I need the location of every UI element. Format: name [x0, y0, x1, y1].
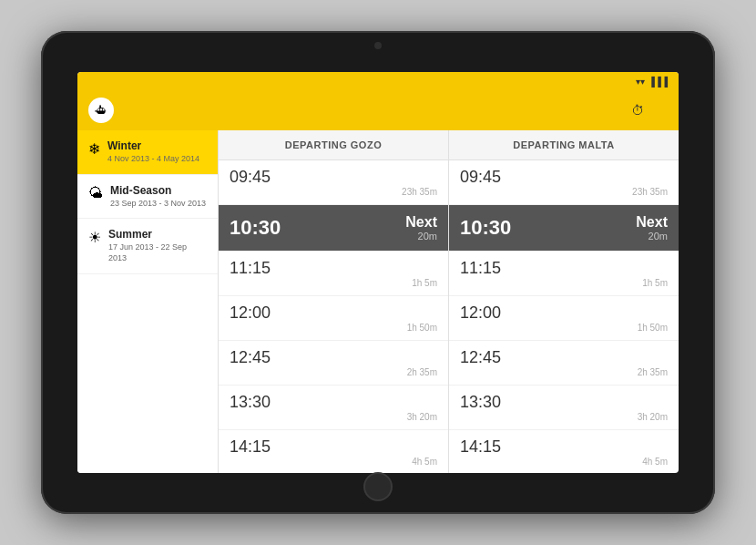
more-options-button[interactable]	[660, 107, 668, 114]
signal-icon: ▐▐▐	[649, 77, 668, 87]
time-duration-1-3: 1h 50m	[460, 323, 668, 336]
app-logo: ⛴	[88, 98, 114, 123]
sidebar-item-midseason[interactable]: 🌤 Mid-Season 23 Sep 2013 - 3 Nov 2013	[77, 175, 218, 220]
time-duration-0-4: 2h 35m	[230, 367, 437, 381]
time-duration-0-6: 4h 5m	[230, 457, 437, 470]
time-row-0-4[interactable]: 12:45 2h 35m	[219, 341, 448, 386]
time-row-0-2[interactable]: 11:15 1h 5m	[219, 252, 448, 296]
timetable-header-0: DEPARTING GOZO	[219, 130, 449, 159]
tablet-device: ▾▾ ▐▐▐ ⛴ ⏱ ❄	[41, 31, 715, 514]
time-row-1-1[interactable]: 10:30 Next 20m	[449, 205, 679, 252]
time-duration-0-0: 23h 35m	[230, 187, 437, 201]
time-badge-0-1: Next	[405, 214, 437, 231]
sidebar-item-summer[interactable]: ☀ Summer 17 Jun 2013 - 22 Sep 2013	[77, 219, 218, 273]
time-value-1-1: 10:30	[460, 216, 511, 240]
winter-season-subtitle: 4 Nov 2013 - 4 May 2014	[107, 154, 207, 165]
time-badge-1-1: Next	[636, 214, 668, 231]
midseason-season-title: Mid-Season	[110, 184, 207, 197]
time-value-0-6: 14:15	[230, 437, 271, 457]
time-duration-1-2: 1h 5m	[460, 278, 668, 292]
time-row-1-4[interactable]: 12:45 2h 35m	[449, 341, 679, 386]
time-value-0-1: 10:30	[230, 216, 281, 240]
time-value-1-2: 11:15	[460, 259, 501, 278]
time-row-0-3[interactable]: 12:00 1h 50m	[219, 296, 448, 341]
sidebar: ❄ Winter 4 Nov 2013 - 4 May 2014 🌤 Mid-S…	[77, 130, 219, 473]
app-bar: ⛴ ⏱	[77, 90, 679, 130]
time-duration-0-2: 1h 5m	[230, 278, 437, 292]
app-bar-actions: ⏱	[626, 99, 668, 121]
time-duration-0-5: 3h 20m	[230, 412, 437, 426]
time-value-0-3: 12:00	[230, 303, 271, 323]
time-duration-1-5: 3h 20m	[460, 412, 668, 426]
summer-season-title: Summer	[108, 228, 207, 241]
timetable-header-1: DEPARTING MALTA	[449, 130, 679, 159]
timetable-columns: 09:45 23h 35m 10:30 Next 20m 11:15 1h 5m	[219, 160, 679, 473]
clock-icon: ⏱	[631, 103, 644, 118]
time-duration-1-6: 4h 5m	[460, 457, 668, 470]
time-value-0-5: 13:30	[230, 393, 271, 412]
midseason-season-text: Mid-Season 23 Sep 2013 - 3 Nov 2013	[110, 184, 207, 210]
time-row-0-5[interactable]: 13:30 3h 20m	[219, 386, 448, 430]
time-value-1-5: 13:30	[460, 393, 501, 412]
time-row-1-0[interactable]: 09:45 23h 35m	[449, 160, 679, 205]
winter-season-title: Winter	[107, 139, 207, 152]
timetable-column-0: 09:45 23h 35m 10:30 Next 20m 11:15 1h 5m	[219, 160, 449, 473]
time-duration-1-4: 2h 35m	[460, 367, 668, 381]
time-row-1-6[interactable]: 14:15 4h 5m	[449, 430, 679, 473]
time-value-0-2: 11:15	[230, 259, 271, 278]
time-row-1-2[interactable]: 11:15 1h 5m	[449, 252, 679, 296]
time-value-1-0: 09:45	[460, 168, 501, 187]
wifi-icon: ▾▾	[636, 77, 645, 87]
timetable-headers: DEPARTING GOZODEPARTING MALTA	[219, 130, 679, 160]
winter-season-text: Winter 4 Nov 2013 - 4 May 2014	[107, 139, 207, 165]
timetable-column-1: 09:45 23h 35m 10:30 Next 20m 11:15 1h 5m	[449, 160, 679, 473]
summer-season-subtitle: 17 Jun 2013 - 22 Sep 2013	[108, 242, 207, 263]
winter-season-icon: ❄	[88, 140, 100, 158]
time-row-0-0[interactable]: 09:45 23h 35m	[219, 160, 448, 205]
screen: ▾▾ ▐▐▐ ⛴ ⏱ ❄	[77, 72, 679, 473]
timetable-area: DEPARTING GOZODEPARTING MALTA 09:45 23h …	[219, 130, 679, 473]
summer-season-text: Summer 17 Jun 2013 - 22 Sep 2013	[108, 228, 207, 263]
time-row-0-1[interactable]: 10:30 Next 20m	[219, 205, 448, 252]
summer-season-icon: ☀	[88, 229, 101, 246]
midseason-season-subtitle: 23 Sep 2013 - 3 Nov 2013	[110, 199, 207, 210]
main-content: ❄ Winter 4 Nov 2013 - 4 May 2014 🌤 Mid-S…	[77, 130, 679, 473]
time-value-1-6: 14:15	[460, 437, 501, 457]
time-duration-0-3: 1h 50m	[230, 323, 437, 336]
time-value-0-4: 12:45	[230, 348, 271, 367]
go-to-next-button[interactable]: ⏱	[626, 99, 653, 121]
ferry-icon: ⛴	[95, 103, 107, 118]
time-row-1-3[interactable]: 12:00 1h 50m	[449, 296, 679, 341]
midseason-season-icon: 🌤	[88, 185, 103, 201]
time-row-1-5[interactable]: 13:30 3h 20m	[449, 386, 679, 430]
sidebar-item-winter[interactable]: ❄ Winter 4 Nov 2013 - 4 May 2014	[77, 130, 218, 175]
time-value-0-0: 09:45	[230, 168, 271, 187]
time-duration-1-0: 23h 35m	[460, 187, 668, 201]
time-badge-sub-0-1: 20m	[405, 231, 437, 242]
status-bar: ▾▾ ▐▐▐	[77, 72, 679, 90]
time-badge-sub-1-1: 20m	[636, 231, 668, 242]
time-value-1-3: 12:00	[460, 303, 501, 323]
status-icons: ▾▾ ▐▐▐	[636, 77, 671, 87]
time-value-1-4: 12:45	[460, 348, 501, 367]
time-row-0-6[interactable]: 14:15 4h 5m	[219, 430, 448, 473]
